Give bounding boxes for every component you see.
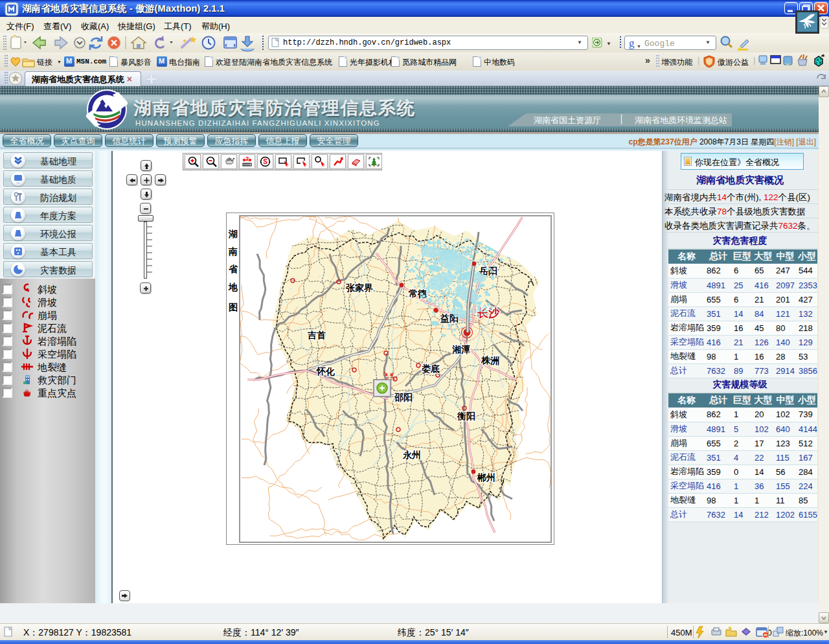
svg-text:郴州: 郴州: [477, 472, 495, 483]
svg-text:衡阳: 衡阳: [457, 411, 475, 421]
svg-text:株洲: 株洲: [481, 355, 499, 365]
svg-text:?: ?: [245, 155, 249, 162]
svg-text:永州: 永州: [402, 450, 421, 460]
svg-text:湘潭: 湘潭: [451, 344, 470, 354]
svg-text:怀化: 怀化: [316, 366, 335, 376]
svg-text:S: S: [263, 158, 267, 165]
svg-text:娄底: 娄底: [422, 363, 440, 374]
svg-text:吉首: 吉首: [307, 330, 326, 340]
svg-text:邵阳: 邵阳: [394, 392, 413, 402]
svg-text:张家界: 张家界: [346, 282, 373, 293]
